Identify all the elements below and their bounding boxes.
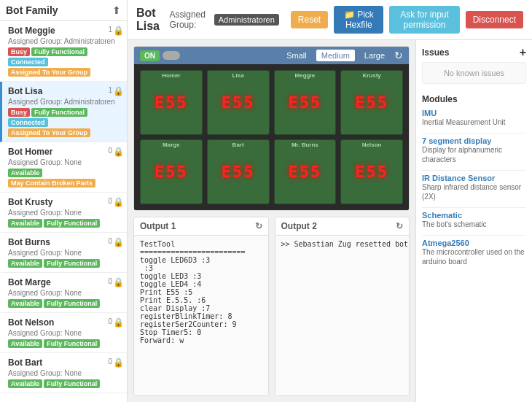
board-item: Homer E55	[140, 70, 203, 135]
badge-available: Available	[8, 339, 42, 348]
bot-name: Bot Krusty	[8, 197, 121, 207]
bot-count: 1	[108, 86, 112, 94]
board-item: Nelson E55	[340, 139, 403, 204]
camera-image: Homer E55 Lisa E55 Meggie E55 Krusty E55…	[134, 64, 409, 210]
module-item: IMU Inertial Measurement Unit	[422, 109, 526, 127]
output2-refresh-icon[interactable]: ↻	[396, 221, 403, 231]
lock-icon: 🔒	[113, 277, 124, 287]
board-item: Marge E55	[140, 139, 203, 204]
toggle-on-label: ON	[140, 50, 160, 61]
bot-count: 0	[108, 317, 112, 325]
bot-main-name: Bot Lisa	[136, 7, 164, 33]
badge-broken: May Contain Broken Parts	[8, 179, 95, 188]
hexfile-icon: 📁	[344, 9, 357, 20]
board-label: Homer	[162, 72, 180, 79]
lock-icon: 🔒	[113, 86, 124, 96]
output-row: Output 1 ↻ TestTool ====================…	[133, 217, 410, 396]
bot-name: Bot Meggie	[8, 26, 121, 36]
board-display: E55	[355, 93, 388, 112]
module-item: Atmega2560 The microcontroller used on t…	[422, 239, 526, 266]
bot-name: Bot Nelson	[8, 317, 121, 328]
bot-count: 0	[108, 237, 112, 245]
output2-header: Output 2 ↻	[275, 217, 410, 236]
bot-assigned: Assigned Group: Administratoren	[8, 37, 121, 45]
badge-fully-functional: Fully Functional	[44, 259, 100, 268]
issues-header: Issues +	[422, 46, 526, 59]
board-label: Bart	[232, 142, 244, 148]
badge-assigned: Assigned To Your Group	[8, 68, 90, 77]
badge-fully-functional: Fully Functional	[44, 379, 100, 388]
topbar: Bot Lisa Assigned Group: Administratoren…	[128, 0, 532, 40]
module-desc: The microcontroller used on the arduino …	[422, 247, 526, 266]
bot-assigned: Assigned Group: None	[8, 158, 121, 166]
size-large-button[interactable]: Large	[359, 50, 390, 61]
bot-item[interactable]: Bot Marge Assigned Group: None Available…	[0, 273, 127, 313]
output1-title: Output 1	[140, 221, 176, 231]
bot-item[interactable]: Bot Burns Assigned Group: None Available…	[0, 233, 127, 273]
output1-content: TestTool ======================== toggle…	[134, 236, 268, 395]
badge-fully-functional: Fully Functional	[31, 108, 87, 117]
size-small-button[interactable]: Small	[281, 50, 312, 61]
module-item: Schematic The bot's schematic	[422, 211, 526, 229]
module-desc: Sharp infrared distance sensor (2X)	[422, 182, 526, 201]
badge-row: AvailableFully Functional	[8, 379, 121, 388]
board-label: Marge	[163, 142, 180, 148]
bot-item[interactable]: Bot Krusty Assigned Group: None Availabl…	[0, 193, 127, 233]
module-item: IR Distance Sensor Sharp infrared distan…	[422, 174, 526, 201]
bot-item[interactable]: Bot Bart Assigned Group: None AvailableF…	[0, 353, 127, 393]
badge-assigned: Assigned To Your Group	[8, 128, 90, 137]
disconnect-button[interactable]: Disconnect	[466, 11, 523, 28]
badge-available: Available	[8, 169, 42, 177]
modules-list: IMU Inertial Measurement Unit 7 segment …	[422, 109, 526, 272]
badge-row: AvailableFully Functional	[8, 299, 121, 308]
badge-row: AvailableFully Functional	[8, 259, 121, 268]
board-display: E55	[289, 93, 322, 112]
badge-busy: Busy	[8, 47, 30, 56]
output1-panel: Output 1 ↻ TestTool ====================…	[133, 217, 269, 396]
badge-fully-functional: Fully Functional	[44, 299, 100, 308]
bot-assigned: Assigned Group: None	[8, 209, 121, 217]
module-desc: Inertial Measurement Unit	[422, 117, 526, 127]
lock-icon: 🔒	[113, 357, 124, 368]
bot-item[interactable]: Bot Meggie Assigned Group: Administrator…	[0, 21, 127, 82]
badge-available: Available	[8, 379, 42, 388]
badge-connected: Connected	[8, 118, 48, 127]
bot-count: 0	[108, 197, 112, 205]
output1-header: Output 1 ↻	[134, 217, 268, 236]
camera-toggle[interactable]: ON	[140, 50, 180, 61]
bot-item[interactable]: Bot Lisa Assigned Group: Administratoren…	[0, 82, 127, 142]
main-content: Bot Lisa Assigned Group: Administratoren…	[128, 0, 532, 402]
reset-button[interactable]: Reset	[291, 11, 328, 28]
camera-section: ON Small Medium Large ↻ Homer E55 Lisa E…	[133, 46, 410, 211]
size-medium-button[interactable]: Medium	[316, 50, 355, 61]
badge-connected: Connected	[8, 58, 48, 66]
issues-add-button[interactable]: +	[520, 46, 526, 59]
module-name[interactable]: Atmega2560	[422, 239, 526, 247]
badge-busy: Busy	[8, 108, 30, 117]
assigned-group-badge: Administratoren	[214, 14, 279, 26]
assigned-label: Assigned Group:	[170, 9, 208, 30]
bot-name: Bot Marge	[8, 277, 121, 287]
badge-row: AvailableFully Functional	[8, 339, 121, 348]
pick-hexfile-button[interactable]: 📁 Pick Hexfile	[334, 6, 383, 34]
refresh-icon[interactable]: ↻	[394, 50, 403, 61]
bot-item[interactable]: Bot Nelson Assigned Group: None Availabl…	[0, 313, 127, 353]
upload-icon[interactable]: ⬆	[112, 4, 121, 16]
issues-title: Issues	[422, 47, 449, 58]
module-item: 7 segment display Display for alphanumer…	[422, 136, 526, 164]
ask-permission-button[interactable]: Ask for input permission	[389, 6, 459, 34]
bot-assigned: Assigned Group: None	[8, 329, 121, 337]
module-name[interactable]: IMU	[422, 109, 526, 117]
badge-fully-functional: Fully Functional	[44, 219, 100, 228]
board-label: Lisa	[232, 72, 244, 79]
module-name[interactable]: Schematic	[422, 211, 526, 220]
bot-name: Bot Burns	[8, 237, 121, 247]
board-item: Lisa E55	[207, 70, 270, 135]
output1-refresh-icon[interactable]: ↻	[255, 221, 262, 231]
right-panel: Issues + No known issues Modules IMU Ine…	[415, 40, 532, 402]
bot-count: 0	[108, 277, 112, 285]
module-name[interactable]: IR Distance Sensor	[422, 174, 526, 182]
no-issues-label: No known issues	[422, 62, 526, 84]
bot-item[interactable]: Bot Homer Assigned Group: None Available…	[0, 142, 127, 193]
module-name[interactable]: 7 segment display	[422, 136, 526, 145]
